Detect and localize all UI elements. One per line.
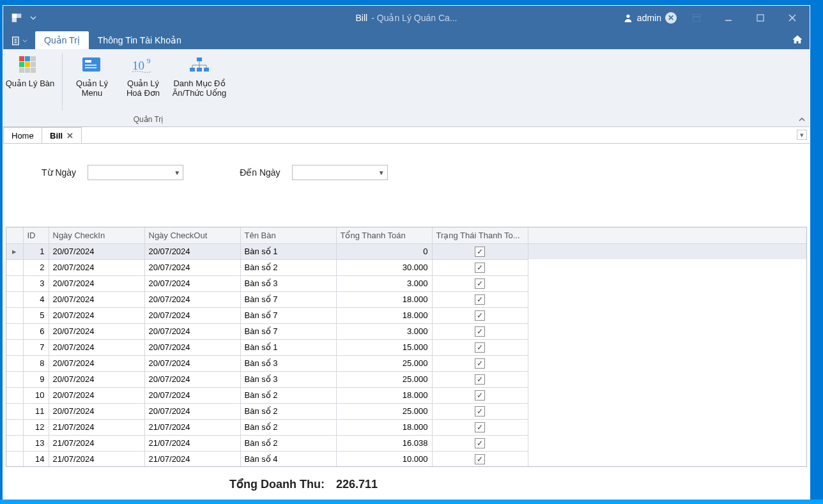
table-row[interactable]: 720/07/202420/07/2024Bàn số 115.000✓	[6, 339, 806, 355]
table-row[interactable]: 1321/07/202421/07/2024Bàn số 216.038✓	[6, 435, 806, 451]
doc-tab-home[interactable]: Home	[3, 127, 42, 143]
ribbon-btn-label: Danh Mục ĐồĂn/Thức Uống	[173, 79, 227, 98]
ribbon-btn-danhmucdoan[interactable]: Danh Mục ĐồĂn/Thức Uống	[169, 52, 230, 113]
from-date-combo[interactable]: ▼	[88, 165, 183, 180]
doc-tab-bill[interactable]: Bill ✕	[42, 127, 82, 143]
table-row[interactable]: 1421/07/202421/07/2024Bàn số 410.000✓	[6, 451, 806, 467]
ribbon-body: Quản Lý Bàn Quản LýMenu 109	[3, 49, 810, 127]
ribbon-tabs: Quản Trị Thông Tin Tài Khoản	[3, 30, 810, 49]
table-row[interactable]: 920/07/202420/07/2024Bàn số 325.000✓	[6, 371, 806, 387]
cell-checkin: 20/07/2024	[49, 243, 144, 259]
table-row[interactable]: 220/07/202420/07/2024Bàn số 230.000✓	[6, 259, 806, 275]
table-row[interactable]: 1120/07/202420/07/2024Bàn số 225.000✓	[6, 403, 806, 419]
cell-checkin: 20/07/2024	[49, 355, 144, 371]
checkbox-icon[interactable]: ✓	[475, 454, 485, 464]
table-row[interactable]: 320/07/202420/07/2024Bàn số 33.000✓	[6, 275, 806, 291]
ribbon-btn-quanlyban[interactable]: Quản Lý Bàn	[4, 52, 56, 113]
cell-checkout: 20/07/2024	[144, 243, 240, 259]
table-row[interactable]: 620/07/202420/07/2024Bàn số 73.000✓	[6, 323, 806, 339]
ribbon-display-button[interactable]	[682, 8, 711, 27]
table-row[interactable]: ▸120/07/202420/07/2024Bàn số 10✓	[6, 243, 806, 259]
cell-total: 10.000	[336, 451, 432, 467]
svg-rect-25	[85, 65, 96, 66]
cell-total: 18.000	[336, 291, 432, 307]
cell-spacer	[528, 323, 806, 339]
table-row[interactable]: 1221/07/202421/07/2024Bàn số 218.000✓	[6, 419, 806, 435]
cell-total: 25.000	[336, 371, 432, 387]
close-button[interactable]	[778, 8, 807, 27]
close-icon[interactable]: ✕	[66, 131, 73, 141]
home-icon[interactable]	[792, 34, 803, 47]
cell-checkin: 20/07/2024	[49, 275, 144, 291]
cell-paid: ✓	[432, 403, 528, 419]
checkbox-icon[interactable]: ✓	[475, 279, 485, 289]
data-grid[interactable]: ID Ngày CheckIn Ngày CheckOut Tên Bàn Tổ…	[6, 227, 807, 467]
checkbox-icon[interactable]: ✓	[475, 294, 485, 305]
checkbox-icon[interactable]: ✓	[475, 358, 485, 369]
checkbox-icon[interactable]: ✓	[475, 310, 485, 321]
ribbon-file-button[interactable]	[7, 33, 31, 49]
window-title: Bill - Quản Lý Quán Ca...	[356, 13, 458, 23]
cell-total: 25.000	[336, 403, 432, 419]
cell-checkout: 21/07/2024	[144, 419, 240, 435]
cell-total: 3.000	[336, 323, 432, 339]
checkbox-icon[interactable]: ✓	[475, 374, 485, 385]
cell-paid: ✓	[432, 419, 528, 435]
row-indicator	[6, 307, 23, 323]
svg-rect-4	[693, 14, 700, 22]
table-row[interactable]: 420/07/202420/07/2024Bàn số 718.000✓	[6, 291, 806, 307]
table-row[interactable]: 1020/07/202420/07/2024Bàn số 218.000✓	[6, 387, 806, 403]
logout-icon[interactable]: ✕	[665, 12, 677, 24]
grid-header-checkin[interactable]: Ngày CheckIn	[49, 227, 144, 243]
grid-header-tong[interactable]: Tổng Thanh Toán	[336, 227, 432, 243]
row-indicator	[6, 419, 23, 435]
ribbon-tab-thongtin[interactable]: Thông Tin Tài Khoản	[89, 31, 190, 49]
ribbon-btn-quanlyhoadon[interactable]: 109 Quản LýHoá Đơn	[118, 52, 169, 113]
cell-paid: ✓	[432, 387, 528, 403]
grid-header-tenban[interactable]: Tên Bàn	[240, 227, 336, 243]
cell-paid: ✓	[432, 243, 528, 259]
checkbox-icon[interactable]: ✓	[475, 342, 485, 353]
filter-bar: Từ Ngày ▼ Đến Ngày ▼	[3, 144, 810, 201]
checkbox-icon[interactable]: ✓	[475, 326, 485, 337]
cell-total: 25.000	[336, 355, 432, 371]
svg-rect-30	[190, 68, 195, 72]
doc-tabs-more[interactable]: ▾	[797, 130, 807, 140]
grid-header-checkout[interactable]: Ngày CheckOut	[144, 227, 240, 243]
checkbox-icon[interactable]: ✓	[475, 390, 485, 401]
cell-checkin: 21/07/2024	[49, 451, 144, 467]
ribbon-collapse-button[interactable]	[798, 116, 806, 125]
grid-header-trangthai[interactable]: Trạng Thái Thanh To...	[432, 227, 528, 243]
cell-tenban: Bàn số 1	[240, 243, 336, 259]
grid-indicator-header[interactable]	[6, 227, 23, 243]
title-bar: Bill - Quản Lý Quán Ca... admin ✕	[3, 6, 810, 30]
grid-header-id[interactable]: ID	[23, 227, 49, 243]
cell-checkin: 20/07/2024	[49, 259, 144, 275]
cell-tenban: Bàn số 2	[240, 419, 336, 435]
to-date-combo[interactable]: ▼	[292, 165, 388, 180]
checkbox-icon[interactable]: ✓	[475, 247, 485, 257]
svg-rect-20	[19, 68, 24, 73]
checkbox-icon[interactable]: ✓	[475, 406, 485, 416]
svg-text:10: 10	[132, 59, 144, 72]
qat-dropdown-icon[interactable]	[29, 10, 38, 26]
checkbox-icon[interactable]: ✓	[475, 438, 485, 448]
cell-tenban: Bàn số 4	[240, 451, 336, 467]
table-row[interactable]: 820/07/202420/07/2024Bàn số 325.000✓	[6, 355, 806, 371]
minimize-button[interactable]	[714, 8, 743, 27]
cell-spacer	[528, 259, 806, 275]
maximize-button[interactable]	[746, 8, 775, 27]
qat-window-icon[interactable]	[8, 10, 25, 26]
svg-rect-18	[25, 62, 30, 67]
row-indicator	[6, 355, 23, 371]
cell-id: 11	[23, 403, 49, 419]
user-chip[interactable]: admin ✕	[623, 12, 677, 24]
cell-checkout: 21/07/2024	[144, 435, 240, 451]
cell-id: 14	[23, 451, 49, 467]
cell-checkout: 20/07/2024	[144, 259, 240, 275]
ribbon-btn-quanlymenu[interactable]: Quản LýMenu	[66, 52, 118, 113]
checkbox-icon[interactable]: ✓	[475, 422, 485, 432]
table-row[interactable]: 520/07/202420/07/2024Bàn số 718.000✓	[6, 307, 806, 323]
checkbox-icon[interactable]: ✓	[475, 263, 485, 273]
ribbon-tab-quantri[interactable]: Quản Trị	[35, 31, 89, 49]
